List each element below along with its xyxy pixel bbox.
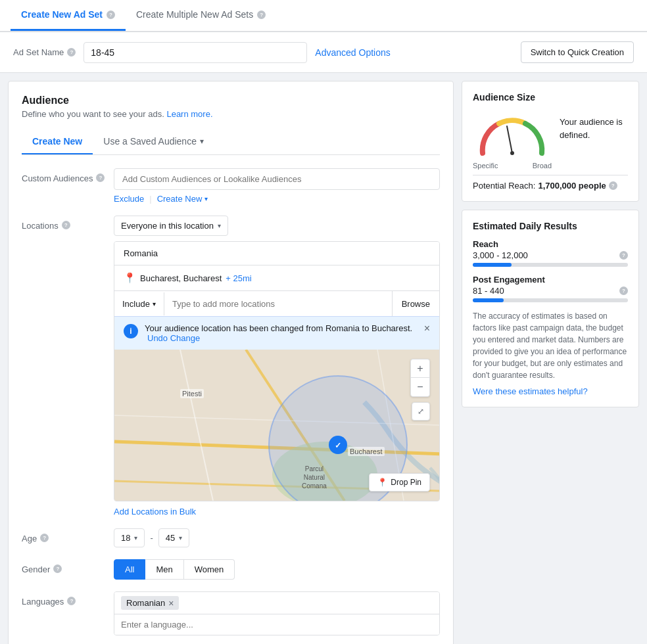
adset-name-label: Ad Set Name ? <box>13 47 76 57</box>
map-zoom-controls: + − <box>410 359 430 397</box>
location-changed-banner: i Your audience location has been change… <box>114 316 439 350</box>
custom-audiences-info-icon[interactable]: ? <box>96 173 105 182</box>
tab-use-saved-audience[interactable]: Use a Saved Audience ▾ <box>93 129 214 154</box>
gender-all-button[interactable]: All <box>114 559 145 580</box>
engagement-bar-fill <box>473 298 504 302</box>
locations-label: Locations ? <box>22 216 114 231</box>
language-search-input[interactable] <box>114 614 439 635</box>
map-container: ✓ Pitesti Bucharest ParculNaturalComana … <box>114 350 439 501</box>
gender-info-icon[interactable]: ? <box>53 564 62 573</box>
custom-audiences-row: Custom Audiences ? Exclude | Create New … <box>22 168 440 204</box>
map-label-bucharest: Bucharest <box>348 447 385 456</box>
language-tag-remove-icon[interactable]: × <box>168 599 174 608</box>
location-search-input[interactable] <box>164 292 392 315</box>
svg-line-11 <box>507 126 512 153</box>
main-content: Audience Define who you want to see your… <box>0 81 647 644</box>
audience-size-title: Audience Size <box>473 92 628 103</box>
zoom-in-button[interactable]: + <box>411 359 429 378</box>
add-locations-bulk-link[interactable]: Add Locations in Bulk <box>114 507 196 517</box>
svg-text:✓: ✓ <box>335 441 341 450</box>
reach-info-icon[interactable]: ? <box>619 251 628 260</box>
tab-create-new-adset[interactable]: Create New Ad Set ? <box>11 0 126 31</box>
exclude-create-row: Exclude | Create New ▾ <box>114 194 440 204</box>
reach-bar-fill <box>473 263 512 267</box>
adset-name-bar: Ad Set Name ? Advanced Options Switch to… <box>0 32 647 73</box>
zoom-out-button[interactable]: − <box>411 378 429 396</box>
gender-field: All Men Women <box>114 559 235 580</box>
audience-defined-text: Your audience is defined. <box>560 110 628 141</box>
gender-men-button[interactable]: Men <box>145 559 183 580</box>
location-selector-arrow: ▾ <box>218 222 221 229</box>
advanced-options-link[interactable]: Advanced Options <box>315 47 512 58</box>
reach-bar-bg <box>473 263 628 267</box>
top-tabs-bar: Create New Ad Set ? Create Multiple New … <box>0 0 647 32</box>
banner-close-icon[interactable]: × <box>424 323 430 334</box>
languages-row: Languages ? Romanian × <box>22 591 440 635</box>
location-city-name: Bucharest, Bucharest <box>140 273 222 283</box>
age-row: Age ? 18 ▾ - 45 ▾ <box>22 528 440 547</box>
age-field: 18 ▾ - 45 ▾ <box>114 528 189 547</box>
learn-more-link[interactable]: Learn more. <box>166 109 212 119</box>
audience-tabs: Create New Use a Saved Audience ▾ <box>22 129 440 155</box>
custom-audiences-field: Exclude | Create New ▾ <box>114 168 440 204</box>
custom-audiences-input[interactable] <box>114 168 440 190</box>
location-radius[interactable]: + 25mi <box>226 273 251 283</box>
locations-info-icon[interactable]: ? <box>62 221 70 229</box>
disclaimer-text: The accuracy of estimates is based on fa… <box>473 310 628 381</box>
exclude-link[interactable]: Exclude <box>114 194 144 204</box>
tab-create-new-info-icon[interactable]: ? <box>107 11 115 19</box>
gender-women-button[interactable]: Women <box>184 559 235 580</box>
saved-audience-dropdown-icon: ▾ <box>200 137 204 146</box>
languages-info-icon[interactable]: ? <box>67 597 76 605</box>
right-sidebar: Audience Size <box>462 81 639 644</box>
age-to-selector[interactable]: 45 ▾ <box>158 528 189 547</box>
tab-create-multiple-info-icon[interactable]: ? <box>257 11 266 19</box>
estimated-daily-panel: Estimated Daily Results Reach 3,000 - 12… <box>462 210 639 407</box>
gauge-broad-label: Broad <box>533 162 552 170</box>
include-dropdown[interactable]: Include ▾ <box>114 292 164 315</box>
location-city-row: 📍 Bucharest, Bucharest + 25mi <box>114 265 439 291</box>
drop-pin-button[interactable]: 📍 Drop Pin <box>369 473 430 492</box>
reach-range: 3,000 - 12,000 <box>473 250 528 260</box>
location-box: Romania 📍 Bucharest, Bucharest + 25mi <box>114 241 440 501</box>
svg-point-12 <box>510 151 514 155</box>
adset-name-info-icon[interactable]: ? <box>67 48 76 57</box>
map-label-parcul: ParculNaturalComana <box>302 465 327 490</box>
location-country-header: Romania <box>114 242 439 265</box>
map-expand-button[interactable]: ⤢ <box>412 402 430 421</box>
location-type-selector[interactable]: Everyone in this location ▾ <box>114 216 228 236</box>
gauge-specific-label: Specific <box>473 162 498 170</box>
audience-subtitle: Define who you want to see your ads. Lea… <box>22 109 440 119</box>
undo-change-link[interactable]: Undo Change <box>147 333 200 343</box>
age-to-arrow: ▾ <box>179 534 182 541</box>
location-pin-icon: 📍 <box>124 272 136 284</box>
potential-reach-info-icon[interactable]: ? <box>609 181 617 190</box>
adset-name-input[interactable] <box>84 42 307 63</box>
custom-audiences-label: Custom Audiences ? <box>22 168 114 183</box>
tab-create-new[interactable]: Create New <box>22 129 93 154</box>
audience-title: Audience <box>22 95 440 106</box>
create-new-audience-link[interactable]: Create New ▾ <box>157 194 208 204</box>
audience-gauge: Specific Broad <box>473 110 552 170</box>
tab-create-multiple-adsets[interactable]: Create Multiple New Ad Sets ? <box>126 0 276 31</box>
create-new-dropdown-icon: ▾ <box>204 195 208 202</box>
engagement-range: 81 - 440 <box>473 286 504 296</box>
audience-size-panel: Audience Size <box>462 81 639 202</box>
age-from-selector[interactable]: 18 ▾ <box>114 528 145 547</box>
gauge-svg <box>473 110 552 160</box>
switch-to-quick-creation-button[interactable]: Switch to Quick Creation <box>521 41 634 63</box>
browse-button[interactable]: Browse <box>392 291 439 316</box>
map-label-pitesti: Pitesti <box>180 389 204 398</box>
locations-field: Everyone in this location ▾ Romania 📍 Bu… <box>114 216 440 517</box>
banner-content: Your audience location has been changed … <box>145 323 418 343</box>
estimated-daily-title: Estimated Daily Results <box>473 221 628 231</box>
engagement-info-icon[interactable]: ? <box>619 287 628 295</box>
age-label: Age ? <box>22 528 114 543</box>
tab-create-multiple-label: Create Multiple New Ad Sets <box>136 9 253 20</box>
location-input-row: Include ▾ Browse <box>114 291 439 316</box>
helpful-link[interactable]: Were these estimates helpful? <box>473 386 628 396</box>
age-info-icon[interactable]: ? <box>40 534 49 542</box>
engagement-label: Post Engagement <box>473 275 628 285</box>
reach-label: Reach <box>473 239 628 249</box>
locations-row: Locations ? Everyone in this location ▾ … <box>22 216 440 517</box>
